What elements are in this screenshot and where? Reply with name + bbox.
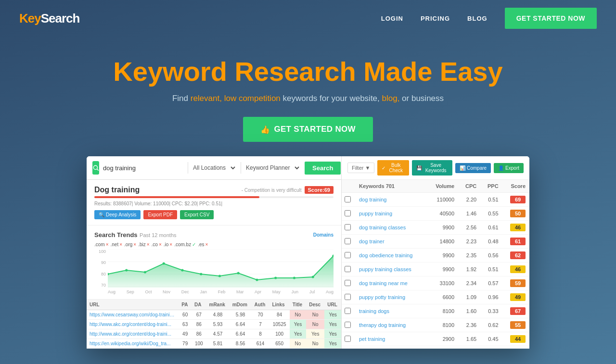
nav-blog[interactable]: BLOG	[467, 15, 488, 22]
kw-checkbox[interactable]	[345, 308, 351, 314]
kw-checkbox[interactable]	[345, 336, 351, 342]
score-pill: 67	[510, 307, 526, 315]
nav-cta-button[interactable]: GET STARTED NOW	[505, 8, 597, 29]
kw-checkbox[interactable]	[345, 238, 351, 244]
search-icon	[92, 161, 99, 175]
save-icon: 💾	[416, 165, 422, 171]
compare-icon: 📊	[460, 165, 465, 171]
da-cell: 67	[192, 310, 206, 320]
kw-ppc-cell: 0.96	[480, 290, 502, 304]
kw-ppc-cell: 0.33	[480, 304, 502, 318]
kw-table-row: dog training near me 33100 2.34 0.57 59	[342, 276, 529, 290]
kw-ppc-cell: 0.48	[480, 235, 502, 249]
kw-cpc-cell: 2.36	[458, 318, 480, 332]
kw-checkbox[interactable]	[345, 322, 351, 328]
title-col-header: Title	[290, 300, 306, 310]
nav-pricing[interactable]: PRICING	[421, 15, 450, 22]
kw-name-cell: dog obedience training	[355, 249, 427, 263]
export-icon: 👤	[498, 165, 504, 171]
kw-checkbox[interactable]	[345, 224, 351, 230]
kw-score-cell: 67	[502, 304, 529, 318]
deep-analysis-btn[interactable]: 🔍 Deep Analysis	[94, 210, 141, 219]
score-pill: 59	[510, 279, 526, 287]
search-button[interactable]: Search	[305, 162, 341, 175]
score-pill: 69	[510, 196, 526, 203]
hero-headline-text1: Keyword	[113, 56, 234, 87]
score-badge: Score:69	[305, 186, 334, 194]
kw-ppc-cell: 0.62	[480, 318, 502, 332]
type-select[interactable]: Keyword Planner	[241, 162, 301, 174]
url-table-row: https://en.wikipedia.org/wiki/Dog_tra...…	[87, 339, 341, 349]
kw-volume-cell: 9900	[427, 263, 459, 276]
kw-table-row: puppy potty training 6600 1.09 0.96 49	[342, 290, 529, 304]
kw-score-cell: 69	[502, 193, 529, 207]
da-cell: 86	[192, 329, 206, 339]
kw-name-cell: dog training classes	[355, 221, 427, 235]
mrank-cell: 5.93	[206, 320, 229, 329]
kw-checkbox[interactable]	[345, 294, 351, 300]
analysis-actions: 🔍 Deep Analysis Export PDF Export CSV	[94, 210, 334, 219]
domain-tag-co: .co ×	[152, 242, 162, 247]
url-val-cell: Yes	[324, 310, 341, 320]
compare-button[interactable]: 📊 Compare	[455, 163, 491, 173]
kw-table-row: puppy training 40500 1.46 0.55 50	[342, 207, 529, 221]
title-cell: Yes	[290, 320, 306, 329]
kw-volume-cell: 8100	[427, 304, 459, 318]
links-cell: 100	[269, 329, 289, 339]
kw-score-cell: 50	[502, 207, 529, 221]
y-axis-labels: 100 90 80 70	[94, 249, 106, 288]
hero-cta-button[interactable]: 👍 GET STARTED NOW	[243, 117, 373, 142]
domain-tag-es: .es ×	[198, 242, 208, 247]
svg-point-11	[181, 269, 183, 272]
nav-login[interactable]: LOGIN	[381, 15, 403, 22]
kw-checkbox[interactable]	[345, 280, 351, 286]
kw-checkbox[interactable]	[345, 252, 351, 258]
score-pill: 50	[510, 210, 526, 217]
keyword-input[interactable]	[103, 164, 184, 172]
trend-chart	[108, 249, 334, 288]
location-select[interactable]: All Locations	[188, 162, 237, 174]
domain-tags: .com × .net × .org × .biz × .co × .io × …	[94, 242, 334, 247]
bulk-check-button[interactable]: ✓ Bulk Check	[377, 160, 409, 176]
kw-volume-header: Volume	[427, 180, 459, 193]
auth-cell: 8	[252, 329, 270, 339]
hero-headline-orange: Research	[234, 56, 356, 87]
kw-ppc-cell: 0.56	[480, 249, 502, 263]
filter-label: Filter	[352, 165, 363, 171]
kw-cpc-cell: 1.09	[458, 290, 480, 304]
hero-section: Keyword Research Made Easy Find relevant…	[0, 37, 616, 156]
url-val-cell: Yes	[324, 329, 341, 339]
save-keywords-button[interactable]: 💾 Save Keywords	[412, 160, 452, 176]
url-table-row: http://www.akc.org/content/dog-traini...…	[87, 320, 341, 329]
kw-volume-cell: 14800	[427, 235, 459, 249]
kw-volume-cell: 6600	[427, 290, 459, 304]
export-pdf-btn[interactable]: Export PDF	[143, 210, 177, 219]
kw-checkbox[interactable]	[345, 210, 351, 216]
pa-cell: 60	[179, 310, 192, 320]
export-csv-btn[interactable]: Export CSV	[180, 210, 214, 219]
kw-cpc-cell: 1.60	[458, 304, 480, 318]
svg-point-10	[163, 263, 165, 265]
chart-title: Search Trends	[94, 231, 138, 238]
auth-cell: 614	[252, 339, 270, 349]
right-toolbar: Filter ▼ ✓ Bulk Check 💾 Save Keywords 📊 …	[342, 156, 529, 180]
filter-button[interactable]: Filter ▼	[347, 163, 374, 173]
kw-score-cell: 49	[502, 290, 529, 304]
export-button[interactable]: 👤 Export	[494, 163, 524, 173]
analysis-meta: Results: 8388607| Volume: 110000| CPC: $…	[94, 201, 334, 206]
right-panel: Filter ▼ ✓ Bulk Check 💾 Save Keywords 📊 …	[342, 156, 529, 349]
hero-headline: Keyword Research Made Easy	[10, 56, 606, 87]
logo-search: Search	[41, 11, 80, 25]
kw-cpc-cell: 2.34	[458, 276, 480, 290]
mrank-cell: 4.57	[206, 329, 229, 339]
kw-score-cell: 59	[502, 276, 529, 290]
url-table-section: URL PA DA mRank mDom Auth Links Title De…	[87, 300, 341, 349]
progress-bar-fill	[94, 196, 259, 198]
kw-ppc-cell: 0.61	[480, 221, 502, 235]
kw-ppc-cell: 0.55	[480, 207, 502, 221]
kw-score-cell: 46	[502, 221, 529, 235]
kw-checkbox[interactable]	[345, 196, 351, 202]
kw-score-cell: 44	[502, 332, 529, 346]
svg-point-13	[218, 275, 221, 277]
kw-checkbox[interactable]	[345, 266, 351, 272]
